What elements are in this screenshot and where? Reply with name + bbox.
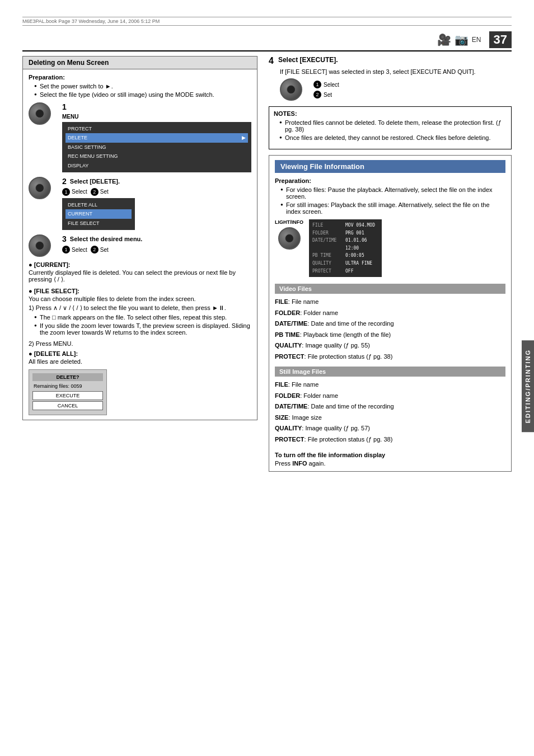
- fi-file-label: FILE: [312, 222, 343, 229]
- file-select-b2: If you slide the zoom lever towards T, t…: [34, 322, 251, 336]
- step1-content: 1 MENU PROTECT DELETE ▶ BASIC SETTING RE…: [62, 102, 251, 172]
- video-camera-icon: 🎥: [437, 33, 451, 46]
- fi-pbtime-row: PB TIME 0:00:05: [312, 252, 378, 260]
- top-info-bar: M6E3PAL.book Page 37 Wednesday, June 14,…: [22, 17, 512, 26]
- step4-label: Select [EXECUTE].: [278, 56, 338, 64]
- delete-all-title: ● [DELETE ALL]:: [29, 350, 251, 357]
- fi-protect-value: OFF: [345, 267, 353, 275]
- prep-bullet-1: Set the power switch to ►.: [34, 83, 251, 90]
- step3-row: 3 Select the desired menu. 1 Select 2 Se…: [29, 234, 251, 257]
- turn-off-section: To turn off the file information display…: [275, 452, 505, 467]
- fi-protect-row: PROTECT OFF: [312, 267, 378, 275]
- step4-area: 4 Select [EXECUTE]. If [FILE SELECT] was…: [269, 56, 512, 101]
- fi-protect-label: PROTECT: [312, 267, 343, 275]
- step1-row: 1 MENU PROTECT DELETE ▶ BASIC SETTING RE…: [29, 102, 251, 172]
- menu-item-protect: PROTECT: [65, 124, 248, 133]
- light-info-btn: [278, 227, 301, 250]
- prep-bullets: Set the power switch to ►. Select the fi…: [29, 83, 251, 98]
- delete-submenu: DELETE ALL CURRENT FILE SELECT: [62, 198, 135, 230]
- notes-box: NOTES: Protected files cannot be deleted…: [269, 106, 512, 149]
- step2-btn-inner: [35, 184, 44, 192]
- file-select-title: ● [FILE SELECT]:: [29, 288, 251, 294]
- step1-menu-btn: [29, 102, 51, 125]
- page-number: 37: [489, 31, 512, 48]
- vf-file: FILE: File name: [275, 297, 505, 307]
- step4-text: If [FILE SELECT] was selected in step 3,…: [280, 68, 512, 75]
- viewing-section-title: Viewing File Information: [275, 160, 505, 173]
- file-select-item: FILE SELECT: [65, 219, 132, 228]
- page-header: 🎥 📷 EN 37: [22, 31, 512, 51]
- step4-num1: 1: [313, 81, 321, 88]
- fi-quality-value: ULTRA FINE: [345, 260, 372, 267]
- step3-select-set: 1 Select 2 Set: [62, 246, 251, 253]
- step1-number: 1: [62, 102, 251, 111]
- fi-pbtime-label: PB TIME: [312, 252, 343, 260]
- deleting-section-title: Deleting on Menu Screen: [23, 57, 257, 69]
- delete-all-text: All files are deleted.: [29, 358, 251, 365]
- prep-title: Preparation:: [29, 74, 251, 81]
- step3-number: 3: [62, 234, 67, 243]
- deleting-section: Deleting on Menu Screen Preparation: Set…: [22, 56, 257, 420]
- prep-bullet-2: Select the file type (video or still ima…: [34, 91, 251, 98]
- step2-num1: 1: [62, 188, 70, 196]
- step1-btn-inner: [35, 109, 44, 118]
- step4-select-label: Select: [324, 82, 339, 88]
- dc-title: DELETE?: [32, 373, 103, 381]
- step3-set-label: Set: [100, 247, 109, 253]
- fi-quality-row: QUALITY ULTRA FINE: [312, 260, 378, 267]
- fi-datetime-row: DATE/TIME 01.01.06 12:00: [312, 237, 378, 252]
- page-outer: M6E3PAL.book Page 37 Wednesday, June 14,…: [0, 0, 534, 756]
- step2-select-label: Select: [72, 189, 87, 195]
- step3-btn-inner: [35, 241, 44, 250]
- vf-folder: FOLDER: Folder name: [275, 308, 505, 318]
- step4-labels: 1 Select 2 Set: [313, 81, 339, 98]
- current-item: CURRENT: [65, 209, 132, 218]
- viewing-prep-b2: For still images: Playback the still ima…: [280, 201, 505, 215]
- turn-off-title: To turn off the file information display: [275, 452, 505, 458]
- file-select-b1: The □ mark appears on the file. To selec…: [34, 314, 251, 321]
- fi-file-row: FILE MOV 094.MOD: [312, 222, 378, 229]
- file-info-screen: FILE MOV 094.MOD FOLDER PRG 001 DATE/TIM…: [309, 219, 382, 277]
- fi-folder-value: PRG 001: [345, 229, 364, 237]
- menu-item-rec: REC MENU SETTING: [65, 152, 248, 161]
- sf-protect: PROTECT: File protection status (ƒ pg. 3…: [275, 435, 505, 444]
- fi-folder-label: FOLDER: [312, 229, 343, 237]
- vf-datetime: DATE/TIME: Date and time of the recordin…: [275, 319, 505, 328]
- file-select-bullets: The □ mark appears on the file. To selec…: [29, 314, 251, 336]
- sf-size: SIZE: Image size: [275, 413, 505, 422]
- dc-execute-btn: EXECUTE: [32, 391, 103, 400]
- left-column: Deleting on Menu Screen Preparation: Set…: [22, 56, 257, 477]
- current-text: Currently displayed file is deleted. You…: [29, 269, 251, 283]
- light-info-label: LIGHT/INFO: [275, 219, 303, 225]
- delete-confirm-screen: DELETE? Remaining files: 0059 EXECUTE CA…: [29, 369, 107, 415]
- step2-content: 2 Select [DELETE]. 1 Select 2 Set: [62, 177, 251, 230]
- turn-off-text: Press INFO again.: [275, 460, 505, 467]
- file-select-text: You can choose multiple files to delete …: [29, 295, 251, 302]
- vf-quality: QUALITY: Image quality (ƒ pg. 55): [275, 341, 505, 350]
- dc-cancel-btn: CANCEL: [32, 401, 103, 410]
- step2-icon-area: [29, 177, 57, 199]
- step4-btn: [280, 78, 302, 101]
- current-title: ● [CURRENT]:: [29, 261, 251, 268]
- step3-icon-area: [29, 234, 57, 257]
- step2-label: Select [DELETE].: [70, 178, 120, 185]
- menu-item-delete: DELETE ▶: [65, 133, 248, 142]
- dc-remaining: Remaining files: 0059: [32, 383, 103, 389]
- notes-title: NOTES:: [274, 110, 507, 117]
- note-1: Protected files cannot be deleted. To de…: [279, 119, 507, 133]
- file-select-step2: 2) Press MENU.: [29, 340, 251, 347]
- step4-btn-area: 1 Select 2 Set: [280, 78, 512, 101]
- viewing-prep-bullets: For video files: Pause the playback. Alt…: [275, 186, 505, 215]
- step4-btn-inner: [287, 85, 296, 94]
- en-label: EN: [472, 36, 481, 44]
- vf-protect: PROTECT: File protection status (ƒ pg. 3…: [275, 352, 505, 361]
- still-files-subtitle: Still Image Files: [275, 367, 505, 377]
- step4-set-label: Set: [324, 92, 332, 98]
- light-info-area: LIGHT/INFO FILE MOV 094.MOD FOLDER: [275, 219, 505, 277]
- fi-quality-label: QUALITY: [312, 260, 343, 267]
- fi-datetime-label: DATE/TIME: [312, 237, 343, 252]
- step3-num1: 1: [62, 246, 70, 253]
- step2-select-set: 1 Select 2 Set: [62, 188, 251, 196]
- menu-item-display: DISPLAY: [65, 161, 248, 170]
- step2-number: 2: [62, 177, 67, 186]
